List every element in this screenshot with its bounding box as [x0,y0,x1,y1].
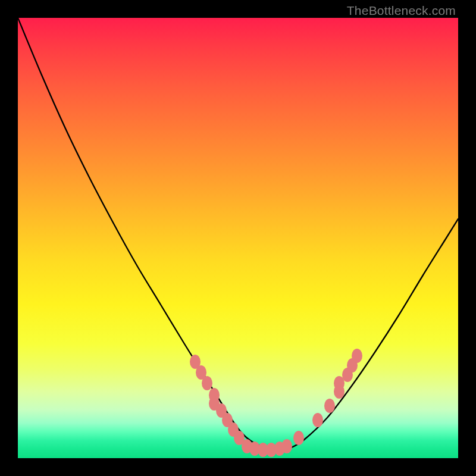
chart-svg [18,18,458,458]
bottleneck-curve [18,18,458,450]
watermark-text: TheBottleneck.com [347,4,456,18]
curve-marker-dot [324,399,335,413]
curve-marker-dot [281,439,292,453]
chart-plot-area [18,18,458,458]
curve-marker-dot [312,413,323,427]
curve-marker-dot [352,349,362,363]
curve-marker-dot [293,431,304,445]
curve-markers [190,349,362,457]
curve-marker-dot [202,376,212,390]
